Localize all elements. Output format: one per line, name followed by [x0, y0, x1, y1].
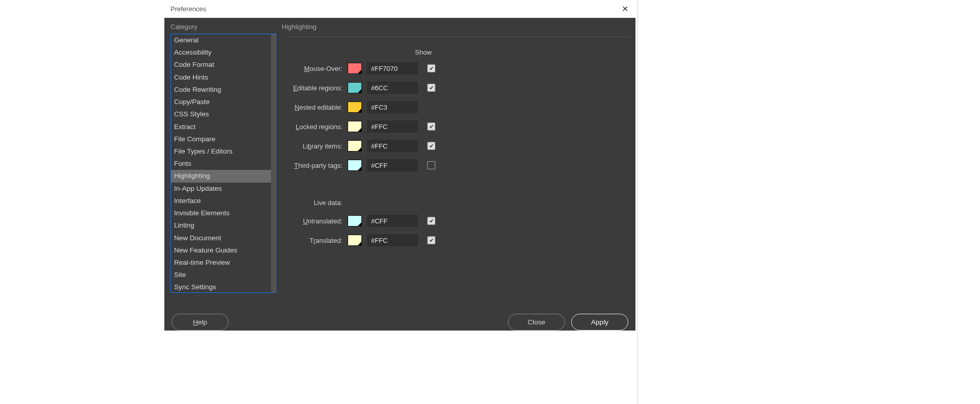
panel-heading: Highlighting	[282, 23, 316, 31]
row-label: Locked regions:	[285, 123, 346, 131]
hex-input[interactable]	[367, 140, 418, 152]
highlight-row: Untranslated:✔	[285, 214, 629, 228]
show-checkbox[interactable]: ✔	[427, 142, 435, 150]
highlight-row: Editable regions:✔	[285, 81, 629, 95]
color-swatch[interactable]	[348, 215, 362, 226]
category-item[interactable]: Code Rewriting	[171, 84, 271, 96]
color-swatch[interactable]	[348, 102, 362, 113]
titlebar: Preferences ✕	[164, 0, 635, 18]
category-item[interactable]: Accessibility	[171, 46, 271, 59]
category-item[interactable]: Highlighting	[171, 170, 271, 182]
category-heading: Category	[170, 23, 282, 31]
color-swatch[interactable]	[348, 160, 362, 171]
category-item[interactable]: Site	[171, 269, 271, 281]
color-swatch[interactable]	[348, 235, 362, 246]
category-list-inner: GeneralAccessibilityCode FormatCode Hint…	[171, 34, 271, 292]
category-item[interactable]: Interface	[171, 195, 271, 207]
category-scrollbar[interactable]	[271, 34, 276, 292]
hex-input[interactable]	[367, 159, 418, 171]
dialog-footer: Help Close Apply	[164, 307, 635, 331]
content-area: GeneralAccessibilityCode FormatCode Hint…	[164, 34, 635, 307]
hex-input[interactable]	[367, 62, 418, 74]
category-item[interactable]: Code Format	[171, 59, 271, 71]
category-item[interactable]: CSS Styles	[171, 108, 271, 120]
category-item[interactable]: Fonts	[171, 158, 271, 170]
close-icon[interactable]: ✕	[622, 4, 628, 14]
row-label: Nested editable:	[285, 104, 346, 111]
category-item[interactable]: General	[171, 34, 271, 46]
highlight-row: Mouse-Over:✔	[285, 61, 629, 75]
apply-button[interactable]: Apply	[571, 314, 628, 331]
row-label: Mouse-Over:	[285, 65, 346, 72]
show-checkbox[interactable]: ✔	[427, 217, 435, 225]
live-data-label: Live data:	[285, 199, 346, 207]
show-checkbox[interactable]: ✔	[427, 64, 435, 72]
category-item[interactable]: File Types / Editors	[171, 145, 271, 158]
highlight-row: Locked regions:✔	[285, 119, 629, 134]
live-data-rows: Untranslated:✔Translated:✔	[285, 214, 629, 247]
preferences-dialog: Preferences ✕ Category Highlighting Gene…	[164, 0, 635, 331]
category-item[interactable]: Copy/Paste	[171, 96, 271, 108]
row-label: Translated:	[285, 237, 346, 244]
highlight-row: Third-party tags:	[285, 158, 629, 172]
vertical-divider	[638, 0, 638, 404]
show-checkbox[interactable]: ✔	[427, 84, 435, 92]
show-column-label: Show	[415, 48, 629, 56]
color-swatch[interactable]	[348, 63, 362, 74]
category-item[interactable]: Invisible Elements	[171, 207, 271, 219]
category-list[interactable]: GeneralAccessibilityCode FormatCode Hint…	[170, 34, 276, 293]
hex-input[interactable]	[367, 234, 418, 246]
category-item[interactable]: In-App Updates	[171, 183, 271, 195]
highlighting-panel: Show Mouse-Over:✔Editable regions:✔Neste…	[285, 34, 629, 307]
hex-input[interactable]	[367, 101, 418, 113]
highlight-row: Library items:✔	[285, 139, 629, 153]
column-headings: Category Highlighting	[164, 18, 635, 34]
category-item[interactable]: New Feature Guides	[171, 244, 271, 257]
hex-input[interactable]	[367, 215, 418, 227]
category-item[interactable]: Linting	[171, 219, 271, 232]
color-swatch[interactable]	[348, 121, 362, 132]
footer-right: Close Apply	[508, 314, 628, 331]
show-checkbox[interactable]	[427, 161, 435, 169]
window-title: Preferences	[170, 5, 206, 13]
color-swatch[interactable]	[348, 140, 362, 152]
category-item[interactable]: Code Hints	[171, 71, 271, 84]
help-button[interactable]: Help	[172, 314, 229, 331]
highlight-row: Nested editable:	[285, 100, 629, 114]
highlight-row: Translated:✔	[285, 233, 629, 247]
panel-separator	[285, 37, 629, 37]
row-label: Editable regions:	[285, 84, 346, 92]
close-button[interactable]: Close	[508, 314, 565, 331]
category-item[interactable]: File Compare	[171, 133, 271, 145]
hex-input[interactable]	[367, 82, 418, 94]
category-item[interactable]: Real-time Preview	[171, 257, 271, 269]
color-swatch[interactable]	[348, 82, 362, 93]
highlight-rows: Mouse-Over:✔Editable regions:✔Nested edi…	[285, 61, 629, 172]
show-checkbox[interactable]: ✔	[427, 122, 435, 131]
category-item[interactable]: New Document	[171, 232, 271, 244]
category-item[interactable]: Extract	[171, 121, 271, 133]
row-label: Third-party tags:	[285, 162, 346, 169]
hex-input[interactable]	[367, 120, 418, 133]
row-label: Library items:	[285, 142, 346, 150]
show-checkbox[interactable]: ✔	[427, 236, 435, 244]
dialog-body: Category Highlighting GeneralAccessibili…	[164, 18, 635, 331]
category-item[interactable]: Sync Settings	[171, 281, 271, 292]
row-label: Untranslated:	[285, 217, 346, 225]
